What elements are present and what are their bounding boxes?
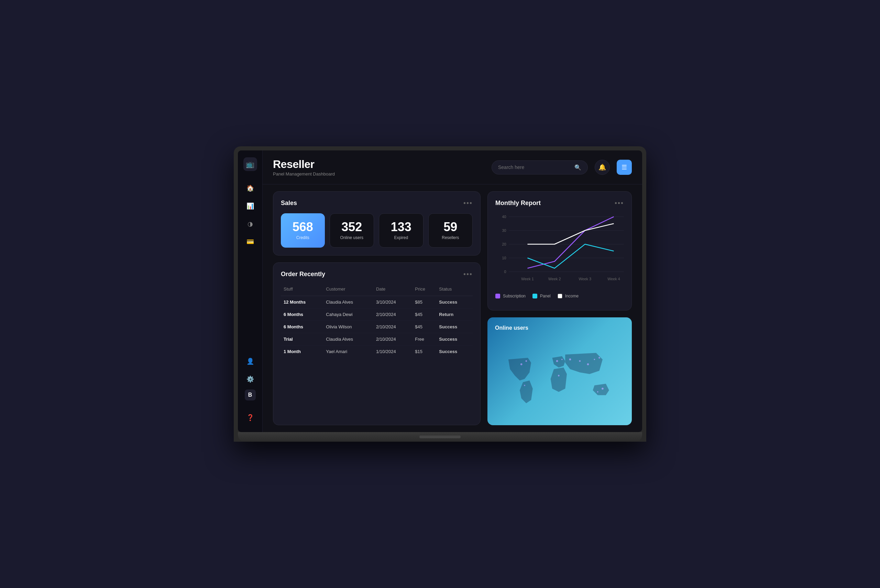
search-icon: 🔍	[575, 164, 581, 171]
svg-text:Week 3: Week 3	[579, 277, 591, 281]
svg-text:30: 30	[502, 228, 506, 232]
world-map	[502, 339, 632, 425]
svg-text:Week 1: Week 1	[521, 277, 534, 281]
col-price: Price	[412, 284, 436, 296]
cell-status: Return	[436, 308, 473, 321]
monthly-report-title: Monthly Report	[495, 200, 541, 207]
search-bar[interactable]: 🔍	[492, 160, 588, 174]
orders-title: Order Recently	[281, 271, 325, 278]
legend-dot-panel	[533, 294, 537, 298]
cell-customer: Olivia Wilson	[323, 321, 373, 333]
svg-text:40: 40	[502, 214, 506, 219]
legend-subscription: Subscription	[495, 294, 526, 298]
orders-menu[interactable]: •••	[463, 270, 473, 278]
sidebar-item-reports[interactable]: ◑	[243, 216, 258, 231]
bell-icon: 🔔	[599, 164, 606, 171]
cell-date: 2/10/2024	[373, 308, 412, 321]
left-panel: Sales ••• 568 Credits 352 Onlin	[273, 191, 481, 425]
svg-point-23	[602, 387, 604, 390]
svg-point-14	[520, 363, 522, 366]
sales-stats: 568 Credits 352 Online users 133 Expired	[281, 213, 473, 248]
svg-point-17	[561, 358, 563, 360]
cell-date: 3/10/2024	[373, 296, 412, 308]
cell-stuff: 6 Months	[281, 308, 323, 321]
cell-status: Success	[436, 296, 473, 308]
legend-label-subscription: Subscription	[503, 294, 526, 298]
credits-label: Credits	[296, 235, 309, 240]
col-customer: Customer	[323, 284, 373, 296]
online-users-value: 352	[341, 221, 362, 233]
svg-point-19	[579, 360, 581, 362]
table-row: 12 Months Claudia Alves 3/10/2024 $85 Su…	[281, 296, 473, 308]
svg-point-16	[556, 360, 558, 362]
notification-bell[interactable]: 🔔	[595, 160, 610, 175]
credits-stat: 568 Credits	[281, 213, 325, 248]
header-title-block: Reseller Panel Management Dashboard	[273, 158, 485, 177]
chart-container: 40 30 20 10 0 Week 1 Week 2 Week 3 W	[495, 213, 624, 303]
sales-card-header: Sales •••	[281, 199, 473, 207]
sidebar-item-help[interactable]: ❓	[243, 410, 258, 425]
sales-menu[interactable]: •••	[463, 199, 473, 207]
resellers-label: Resellers	[442, 235, 459, 240]
svg-text:10: 10	[502, 256, 506, 260]
table-row: 6 Months Olivia Wilson 2/10/2024 $45 Suc…	[281, 321, 473, 333]
online-users-stat: 352 Online users	[329, 213, 375, 248]
col-status: Status	[436, 284, 473, 296]
logo-icon: 📺	[246, 160, 254, 168]
main-content: Reseller Panel Management Dashboard 🔍 🔔 …	[263, 150, 642, 432]
online-users-card: Online users	[487, 317, 632, 425]
sidebar-item-billing[interactable]: 💳	[243, 234, 258, 249]
cell-stuff: 1 Month	[281, 345, 323, 358]
cell-customer: Cahaya Dewi	[323, 308, 373, 321]
cell-status: Success	[436, 345, 473, 358]
cell-customer: Claudia Alves	[323, 296, 373, 308]
sidebar: 📺 🏠 📊 ◑ 💳 👤 ⚙️ B ❓	[238, 150, 263, 432]
svg-point-26	[524, 385, 525, 386]
svg-point-18	[569, 358, 571, 360]
svg-point-21	[594, 358, 595, 360]
sidebar-item-users[interactable]: 👤	[243, 354, 258, 369]
menu-button[interactable]: ☰	[617, 160, 632, 175]
expired-stat: 133 Expired	[379, 213, 424, 248]
header: Reseller Panel Management Dashboard 🔍 🔔 …	[263, 150, 642, 184]
credits-value: 568	[293, 221, 313, 233]
monthly-report-menu[interactable]: •••	[615, 199, 624, 207]
monthly-report-header: Monthly Report •••	[495, 199, 624, 207]
table-row: 6 Months Cahaya Dewi 2/10/2024 $45 Retur…	[281, 308, 473, 321]
sidebar-logo: 📺	[244, 157, 257, 171]
svg-point-15	[526, 360, 527, 362]
svg-point-24	[597, 391, 599, 393]
sidebar-item-analytics[interactable]: 📊	[243, 198, 258, 214]
resellers-stat: 59 Resellers	[428, 213, 473, 248]
cell-price: $45	[412, 308, 436, 321]
col-date: Date	[373, 284, 412, 296]
sales-title: Sales	[281, 200, 297, 207]
orders-card-header: Order Recently •••	[281, 270, 473, 278]
svg-text:Week 2: Week 2	[548, 277, 561, 281]
cell-price: $45	[412, 321, 436, 333]
cell-stuff: 6 Months	[281, 321, 323, 333]
svg-text:Week 4: Week 4	[608, 277, 620, 281]
right-panel: Monthly Report •••	[487, 191, 632, 425]
search-input[interactable]	[498, 165, 571, 170]
svg-text:0: 0	[504, 270, 506, 274]
cell-stuff: 12 Months	[281, 296, 323, 308]
orders-table: Stuff Customer Date Price Status 12 Mont…	[281, 284, 473, 357]
sidebar-item-home[interactable]: 🏠	[243, 181, 258, 196]
legend-label-panel: Panel	[540, 294, 551, 298]
cell-price: $15	[412, 345, 436, 358]
svg-point-22	[599, 357, 600, 358]
cell-date: 2/10/2024	[373, 333, 412, 345]
sidebar-item-settings[interactable]: ⚙️	[243, 372, 258, 387]
monthly-chart: 40 30 20 10 0 Week 1 Week 2 Week 3 W	[495, 213, 624, 289]
cell-date: 2/10/2024	[373, 321, 412, 333]
table-row: 1 Month Yael Amari 1/10/2024 $15 Success	[281, 345, 473, 358]
col-stuff: Stuff	[281, 284, 323, 296]
sales-card: Sales ••• 568 Credits 352 Onlin	[273, 191, 481, 255]
svg-text:20: 20	[502, 242, 506, 246]
online-users-label: Online users	[340, 235, 363, 240]
sidebar-item-branding[interactable]: B	[245, 390, 256, 400]
cell-status: Success	[436, 321, 473, 333]
svg-point-20	[587, 363, 589, 366]
resellers-value: 59	[444, 221, 457, 233]
